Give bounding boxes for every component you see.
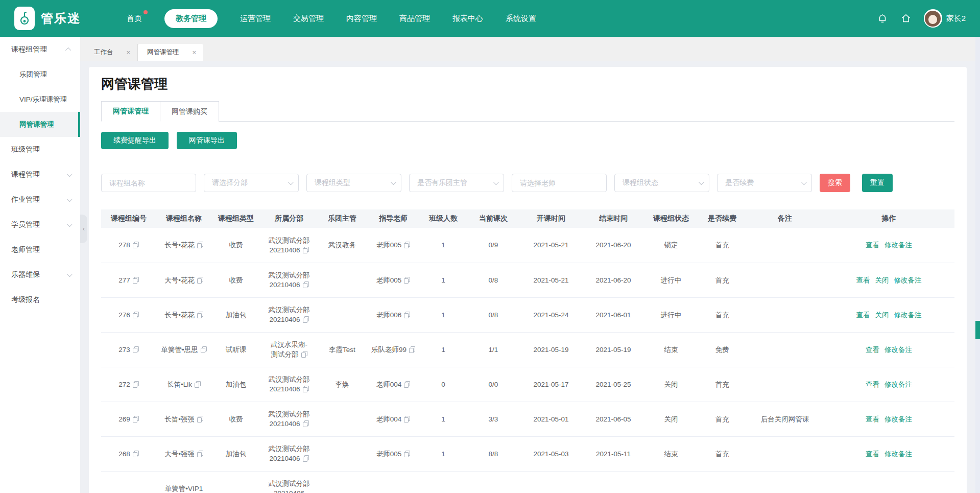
copy-icon[interactable] <box>409 346 415 353</box>
renew-reminder-export-button[interactable]: 续费提醒导出 <box>101 132 169 149</box>
cell-course-group-name: 长号•花花 <box>156 297 211 332</box>
cell-class-size: 1 <box>420 402 467 436</box>
action-link[interactable]: 关闭 <box>875 276 889 284</box>
copy-icon[interactable] <box>201 346 207 353</box>
tab-online-course-mgmt[interactable]: 网管课管理 × <box>138 44 203 61</box>
copy-icon[interactable] <box>303 281 309 288</box>
action-link[interactable]: 查看 <box>866 415 879 423</box>
sidebar-item-online-course[interactable]: 网管课管理 <box>0 112 80 137</box>
action-link[interactable]: 查看 <box>866 381 879 388</box>
scrollbar-thumb[interactable] <box>975 321 980 339</box>
cell-status <box>644 471 698 493</box>
renew-select[interactable]: 是否续费 <box>717 174 812 192</box>
cell-course-group-type: 试听课 <box>211 332 260 367</box>
copy-icon[interactable] <box>133 416 139 422</box>
nav-settings[interactable]: 系统设置 <box>506 14 536 24</box>
sidebar-item-homework[interactable]: 作业管理 <box>0 187 80 212</box>
table-row: 278长号•花花收费武汉测试分部20210406武汉教务老师00510/9202… <box>101 228 954 263</box>
action-link[interactable]: 查看 <box>866 450 879 458</box>
nav-home[interactable]: 首页 <box>127 14 142 24</box>
copy-icon[interactable] <box>195 381 201 388</box>
sidebar-item-students[interactable]: 学员管理 <box>0 212 80 237</box>
cell-branch: 武汉测试分部20210406 <box>260 471 318 493</box>
copy-icon[interactable] <box>404 277 410 284</box>
online-course-export-button[interactable]: 网管课导出 <box>177 132 237 149</box>
action-link[interactable]: 修改备注 <box>885 381 912 388</box>
copy-icon[interactable] <box>133 381 139 388</box>
action-link[interactable]: 修改备注 <box>885 241 912 249</box>
action-link[interactable]: 修改备注 <box>894 311 922 319</box>
action-link[interactable]: 查看 <box>866 346 879 354</box>
copy-icon[interactable] <box>404 381 410 388</box>
cell-course-group-name: 大号•花花 <box>156 263 211 297</box>
copy-icon[interactable] <box>404 451 410 457</box>
close-icon[interactable]: × <box>127 49 131 56</box>
search-button[interactable]: 搜索 <box>820 174 850 192</box>
copy-icon[interactable] <box>404 416 410 422</box>
sidebar-item-teachers[interactable]: 老师管理 <box>0 237 80 262</box>
subtab-online-course-mgmt[interactable]: 网管课管理 <box>101 101 160 122</box>
copy-icon[interactable] <box>197 312 203 318</box>
branch-select[interactable]: 请选择分部 <box>204 174 299 192</box>
action-link[interactable]: 查看 <box>856 276 870 284</box>
sidebar-item-course[interactable]: 课程管理 <box>0 162 80 187</box>
nav-operations[interactable]: 运营管理 <box>240 14 271 24</box>
copy-icon[interactable] <box>133 451 139 457</box>
action-link[interactable]: 修改备注 <box>885 450 912 458</box>
bell-icon[interactable] <box>877 13 888 24</box>
nav-products[interactable]: 商品管理 <box>399 14 430 24</box>
cell-end-date <box>582 471 644 493</box>
copy-icon[interactable] <box>303 247 309 253</box>
copy-icon[interactable] <box>133 312 139 318</box>
course-group-status-select[interactable]: 课程组状态 <box>614 174 709 192</box>
copy-icon[interactable] <box>301 351 307 358</box>
close-icon[interactable]: × <box>193 49 197 56</box>
has-orchestra-leader-select[interactable]: 是否有乐团主管 <box>409 174 504 192</box>
sidebar-item-course-group[interactable]: 课程组管理 <box>0 37 80 62</box>
subtab-online-course-purchase[interactable]: 网管课购买 <box>160 101 219 122</box>
copy-icon[interactable] <box>197 242 203 248</box>
copy-icon[interactable] <box>133 242 139 248</box>
sidebar-collapse-handle[interactable]: ‹ <box>80 215 87 243</box>
course-group-name-input[interactable] <box>101 174 196 192</box>
vertical-scrollbar[interactable] <box>975 37 980 493</box>
action-link[interactable]: 查看 <box>866 241 879 249</box>
copy-icon[interactable] <box>303 455 309 462</box>
sidebar-item-vip-theory[interactable]: VIP/乐理课管理 <box>0 87 80 112</box>
copy-icon[interactable] <box>303 316 309 323</box>
teacher-input[interactable] <box>512 174 607 192</box>
action-link[interactable]: 查看 <box>856 311 870 319</box>
home-icon[interactable] <box>900 13 912 24</box>
copy-icon[interactable] <box>303 420 309 427</box>
sidebar-item-instrument-maintenance[interactable]: 乐器维保 <box>0 262 80 287</box>
nav-transactions[interactable]: 交易管理 <box>293 14 324 24</box>
copy-icon[interactable] <box>303 386 309 392</box>
copy-icon[interactable] <box>197 277 203 284</box>
action-link[interactable]: 关闭 <box>875 311 889 319</box>
action-link[interactable]: 修改备注 <box>894 276 922 284</box>
course-group-type-select[interactable]: 课程组类型 <box>306 174 401 192</box>
sidebar-item-orchestra[interactable]: 乐团管理 <box>0 62 80 87</box>
action-link[interactable]: 修改备注 <box>885 346 912 354</box>
page-card: 网管课管理 网管课管理 网管课购买 续费提醒导出 网管课导出 请选择分部 <box>89 67 967 493</box>
copy-icon[interactable] <box>197 451 203 457</box>
copy-icon[interactable] <box>404 312 410 318</box>
cell-remark <box>747 436 823 471</box>
copy-icon[interactable] <box>404 242 410 248</box>
copy-icon[interactable] <box>133 346 139 353</box>
copy-icon[interactable] <box>133 277 139 284</box>
nav-content[interactable]: 内容管理 <box>346 14 377 24</box>
chevron-down-icon <box>493 179 499 185</box>
copy-icon[interactable] <box>197 416 203 422</box>
page-title: 网管课管理 <box>101 75 954 93</box>
tab-workbench[interactable]: 工作台 × <box>85 44 138 61</box>
sidebar-item-class[interactable]: 班级管理 <box>0 137 80 162</box>
user-name: 家长2 <box>946 14 966 24</box>
sidebar-item-exam-registration[interactable]: 考级报名 <box>0 287 80 312</box>
cell-current-sessions: 3/3 <box>467 402 520 436</box>
action-link[interactable]: 修改备注 <box>885 415 912 423</box>
nav-academic[interactable]: 教务管理 <box>164 9 218 28</box>
nav-reports[interactable]: 报表中心 <box>452 14 483 24</box>
reset-button[interactable]: 重置 <box>862 174 893 192</box>
user-menu[interactable]: 家长2 <box>924 9 966 28</box>
